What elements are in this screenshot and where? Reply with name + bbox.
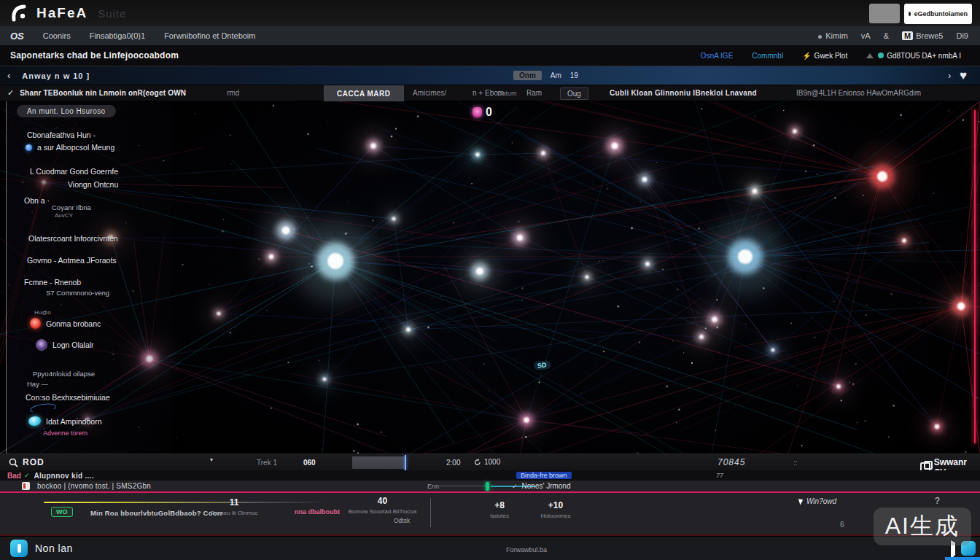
gradient-progress-line [44,502,325,503]
menu-right-va[interactable]: vA [861,31,871,40]
menubar-logo: OS [10,31,24,42]
header-link-2[interactable]: Commnbl [752,52,783,60]
doc-icon [22,482,30,490]
toolbar-datum[interactable]: Datum [497,90,517,97]
legend-subitem: Ppyo4nloiud oilapse [33,370,95,378]
taskbar-app-icon[interactable] [10,540,28,557]
timeline-slider[interactable] [352,456,405,469]
stat-1: 11 Povaeu ik Oinmoc [201,497,267,516]
address-pill-3[interactable]: 19 [570,71,578,79]
menu-right-amp[interactable]: & [884,31,889,40]
address-pill-1[interactable]: Onm [513,71,542,80]
loop-control[interactable]: 1000 [474,458,500,466]
legend-subitem: Hay — [27,380,48,388]
heart-icon[interactable]: ♥ [960,69,967,83]
stat-4-label: Hotoonmes [529,513,583,519]
address-bar[interactable]: ‹ Anway n w 10 ] Onm Am 19 › ♥ [0,66,980,85]
legend-item[interactable]: Logn Olalalr [36,339,94,351]
red-edge-line [974,110,976,443]
app-subtitle: Suite [98,7,126,20]
legend-item[interactable]: Govmo - Aotmea JForaots [27,256,117,265]
back-button[interactable]: ‹ [7,70,10,81]
menu-right-di9[interactable]: Di9 [956,31,968,40]
timeline-marker[interactable]: ▾ [210,456,213,463]
teal-dot-icon [878,52,884,58]
app-glyph [18,544,21,553]
checkbox-check-icon: ✓ [512,483,518,490]
menu-bar: OS Coonirs Finsabtiga0(0)1 Forwnibofino … [0,26,980,45]
node-count-badge: 0 [472,106,492,119]
check-icon: ✓ [7,88,14,98]
menu-right-brewe[interactable]: MBrewe5 [902,31,943,40]
forward-button[interactable]: › [948,70,951,81]
nones-checkbox[interactable]: ✓ Nones' Jrmond [512,482,571,490]
legend-item[interactable]: a sur Albopcsol Meung [26,143,114,152]
wo-badge: WO [51,507,73,517]
menu-right-kimim[interactable]: Kimim [818,31,848,40]
taskbar-app-name[interactable]: Non lan [35,542,73,554]
toolbar-ram[interactable]: Ram [526,89,542,97]
header-link-1[interactable]: OsnA IGE [701,52,733,60]
titlebar-gray-button[interactable] [869,4,900,23]
legend-subitem: Hu@o [34,309,51,316]
row-a-count: 77 [716,472,723,479]
stat-2-value: 40 [337,496,428,506]
stat-2-label: Bumow Soootad BilTiocoa [337,508,428,515]
legend-item[interactable]: Viongn Ontcnu [68,180,118,189]
slider-edge[interactable] [405,455,406,470]
stat-3-value: +8 [478,500,521,510]
blue-node-icon [26,144,32,151]
titlebar-action-label: eGedbuntoiamen [914,10,968,18]
toolbar-main-label[interactable]: Shanr TEBoonluk nin Lnmoin onR(eoget OWN [20,89,186,97]
toolbar-mid-label: Cubli Kloan Glinnoniu IBnekloi Lnavand [610,89,757,97]
menu-item-2[interactable]: Finsabtiga0(0)1 [90,31,145,40]
legend-item[interactable]: L Cuodmar Gond Goernfe [30,167,118,176]
graph-canvas[interactable]: An munt. Loo Hsuroso Cbonafeathva Hun - … [0,101,980,454]
header-link-3[interactable]: ⚡Gwek Plot [802,52,847,60]
cyan-node-icon [28,416,41,426]
slider-track[interactable] [438,486,486,486]
legend-item[interactable]: Gonma brobanc [30,318,101,329]
green-check-icon: ✓ [24,472,30,479]
header-link-4[interactable]: Gd8TOU5 DA+ nmbA I [866,52,961,60]
toolbar-item-amicimes[interactable]: Amicimes/ [413,89,446,97]
tab-cacca-mard[interactable]: CACCA MARD [324,85,404,101]
green-slider-handle[interactable] [486,482,489,491]
legend-subitem: S7 Commnono-veng [46,289,109,297]
toolbar-right-label: IB9n@4L1H Enionso HAwOmARGdim [796,89,921,97]
app-logo-icon [10,4,29,23]
binda-link[interactable]: Binda-fre brown [516,472,572,479]
menu-item-1[interactable]: Coonirs [43,31,71,40]
legend-item[interactable]: Obn a · [24,196,50,205]
stat-4: +10 Hotoonmes [529,500,583,519]
status-row-a: Bad ✓ Alupnnov kid .... Binda-fre brown … [0,470,980,481]
frame-counter: 060 [303,459,316,467]
dots-separator: :: [793,459,798,467]
pink-cluster-icon [472,107,482,117]
titlebar-action-button[interactable]: eGedbuntoiamen [904,4,972,24]
legend-item[interactable]: Cbonafeathva Hun - [27,131,96,139]
stat-1-label: Povaeu ik Oinmoc [201,510,267,516]
loop-icon [474,459,481,466]
address-path[interactable]: Anway n w 10 ] [22,71,90,80]
big-counter: 70845 [718,457,745,467]
address-pill-2[interactable]: Am [551,71,561,79]
status-badge: Bad [7,472,21,480]
swirl-icon [29,402,56,415]
status-text: Alupnnov kid .... [34,472,93,480]
search-control[interactable]: ROD [9,457,44,467]
legend-header[interactable]: An munt. Loo Hsuroso [17,105,116,117]
page-title: Saponetarks chad be Linfejoocoabdom [10,50,179,61]
toolbar-oug-box[interactable]: Oug [560,88,588,100]
legend-item[interactable]: Olatesrcoant Infoorcivnten [28,234,118,243]
menu-item-3[interactable]: Forwnibofino et Dnteboim [164,31,255,40]
red-node-icon [30,318,41,329]
legend-subitem: AuvCY [55,212,73,219]
legend-item[interactable]: Idat Ampindoorn [28,416,101,426]
legend-item[interactable]: Fcmne - Rnenob [24,278,81,287]
node-count: 0 [486,106,492,119]
stat-2: 40 Bumow Soootad BilTiocoa [337,496,428,515]
help-button[interactable]: ? [935,496,940,506]
legend-item[interactable]: Con:so Bexhxsebimiuiae [26,393,110,402]
search-icon [9,458,18,467]
